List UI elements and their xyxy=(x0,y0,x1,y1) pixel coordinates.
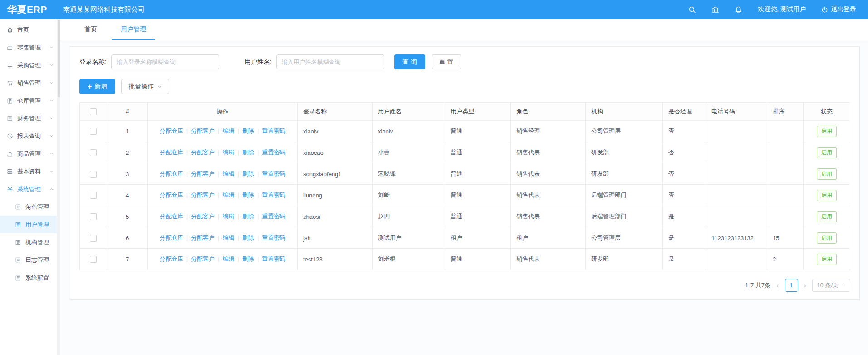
assign-customer-link[interactable]: 分配客户 xyxy=(191,128,215,134)
row-checkbox[interactable] xyxy=(90,256,97,263)
separator: | xyxy=(238,192,239,198)
assign-customer-link[interactable]: 分配客户 xyxy=(191,213,215,220)
sidebar-item-org-management[interactable]: 机构管理 xyxy=(0,233,60,251)
login-name-input[interactable] xyxy=(111,54,219,69)
add-button[interactable]: + 新增 xyxy=(79,79,115,94)
assign-warehouse-link[interactable]: 分配仓库 xyxy=(160,128,183,134)
row-checkbox[interactable] xyxy=(90,128,97,135)
sidebar-scrollbar[interactable] xyxy=(57,19,60,355)
delete-link[interactable]: 删除 xyxy=(242,213,254,220)
chevron-down-icon xyxy=(49,81,54,85)
table-row: 1 分配仓库|分配客户|编辑|删除|重置密码 xiaolv xiaolv 普通 … xyxy=(80,121,850,142)
assign-warehouse-link[interactable]: 分配仓库 xyxy=(160,256,183,262)
sidebar-item-log-management[interactable]: 日志管理 xyxy=(0,251,60,269)
next-page-button[interactable]: › xyxy=(803,281,808,289)
assign-customer-link[interactable]: 分配客户 xyxy=(191,149,215,156)
separator: | xyxy=(218,192,219,198)
edit-link[interactable]: 编辑 xyxy=(223,170,235,177)
chevron-down-icon xyxy=(49,99,54,103)
sidebar-item-label: 报表查询 xyxy=(17,132,41,140)
assign-customer-link[interactable]: 分配客户 xyxy=(191,170,215,177)
status-badge: 启用 xyxy=(817,126,837,137)
top-bar: 华夏ERP 南通某某网络科技有限公司 欢迎您, 测试用户 退出登录 xyxy=(0,0,868,19)
assign-customer-link[interactable]: 分配客户 xyxy=(191,192,215,198)
batch-operation-button[interactable]: 批量操作 xyxy=(121,79,169,94)
sidebar-item-role-management[interactable]: 角色管理 xyxy=(0,198,60,216)
cell-login: test123 xyxy=(298,249,373,270)
delete-link[interactable]: 删除 xyxy=(242,256,254,262)
cell-phone xyxy=(706,206,767,227)
edit-link[interactable]: 编辑 xyxy=(223,213,235,220)
edit-link[interactable]: 编辑 xyxy=(223,256,235,262)
reset-password-link[interactable]: 重置密码 xyxy=(262,213,285,220)
reset-password-link[interactable]: 重置密码 xyxy=(262,256,285,262)
edit-link[interactable]: 编辑 xyxy=(223,128,235,134)
sidebar-item-warehouse[interactable]: 仓库管理 xyxy=(0,92,60,109)
sidebar-item-home[interactable]: 首页 xyxy=(0,21,60,39)
col-header-index: # xyxy=(107,103,148,121)
reset-password-link[interactable]: 重置密码 xyxy=(262,149,285,156)
select-all-checkbox[interactable] xyxy=(90,108,97,115)
delete-link[interactable]: 删除 xyxy=(242,149,254,156)
delete-link[interactable]: 删除 xyxy=(242,128,254,134)
assign-warehouse-link[interactable]: 分配仓库 xyxy=(160,213,183,220)
edit-link[interactable]: 编辑 xyxy=(223,234,235,241)
sidebar-item-purchase[interactable]: 采购管理 xyxy=(0,56,60,74)
delete-link[interactable]: 删除 xyxy=(242,170,254,177)
delete-link[interactable]: 删除 xyxy=(242,234,254,241)
search-icon[interactable] xyxy=(688,6,696,14)
row-checkbox[interactable] xyxy=(90,213,97,220)
sidebar-item-sales[interactable]: 销售管理 xyxy=(0,74,60,92)
sidebar-item-retail[interactable]: 零售管理 xyxy=(0,39,60,56)
edit-link[interactable]: 编辑 xyxy=(223,149,235,156)
query-button[interactable]: 查 询 xyxy=(394,54,425,69)
swap-icon xyxy=(7,62,13,69)
sidebar-item-reports[interactable]: 报表查询 xyxy=(0,127,60,145)
cell-role: 销售代表 xyxy=(511,206,586,227)
cell-login: songxiaofeng1 xyxy=(298,163,373,185)
row-checkbox[interactable] xyxy=(90,171,97,178)
sidebar-item-basic-data[interactable]: 基本资料 xyxy=(0,163,60,180)
delete-link[interactable]: 删除 xyxy=(242,192,254,198)
sidebar-item-user-management[interactable]: 用户管理 xyxy=(0,216,60,233)
sidebar-item-system-config[interactable]: 系统配置 xyxy=(0,269,60,286)
tab-home[interactable]: 首页 xyxy=(73,19,109,40)
document-icon xyxy=(15,222,21,228)
assign-warehouse-link[interactable]: 分配仓库 xyxy=(160,170,183,177)
page-size-select[interactable]: 10 条/页 xyxy=(812,279,850,292)
row-checkbox[interactable] xyxy=(90,192,97,199)
page-number-button[interactable]: 1 xyxy=(785,279,798,292)
tab-user-management[interactable]: 用户管理 xyxy=(109,19,158,40)
row-checkbox[interactable] xyxy=(90,235,97,242)
assign-customer-link[interactable]: 分配客户 xyxy=(191,234,215,241)
toolbar: + 新增 批量操作 xyxy=(79,79,850,94)
chevron-up-icon xyxy=(49,187,54,191)
topbar-actions: 欢迎您, 测试用户 退出登录 xyxy=(688,5,868,14)
user-name-input[interactable] xyxy=(276,54,384,69)
assign-customer-link[interactable]: 分配客户 xyxy=(191,256,215,262)
assign-warehouse-link[interactable]: 分配仓库 xyxy=(160,234,183,241)
bell-icon[interactable] xyxy=(735,6,742,14)
separator: | xyxy=(257,192,259,198)
edit-link[interactable]: 编辑 xyxy=(223,192,235,198)
prev-page-button[interactable]: ‹ xyxy=(775,281,780,289)
separator: | xyxy=(218,234,219,241)
col-header-phone: 电话号码 xyxy=(706,103,767,121)
reset-password-link[interactable]: 重置密码 xyxy=(262,170,285,177)
cell-name: 赵四 xyxy=(373,206,445,227)
reset-button[interactable]: 重 置 xyxy=(432,54,461,69)
logout-button[interactable]: 退出登录 xyxy=(821,5,856,14)
row-checkbox[interactable] xyxy=(90,149,97,156)
assign-warehouse-link[interactable]: 分配仓库 xyxy=(160,149,183,156)
reset-password-link[interactable]: 重置密码 xyxy=(262,192,285,198)
sidebar-item-finance[interactable]: 财务管理 xyxy=(0,109,60,127)
sidebar-item-goods[interactable]: 商品管理 xyxy=(0,145,60,163)
reset-password-link[interactable]: 重置密码 xyxy=(262,128,285,134)
reset-password-link[interactable]: 重置密码 xyxy=(262,234,285,241)
platform-icon[interactable] xyxy=(711,6,719,14)
separator: | xyxy=(257,256,259,262)
sidebar-item-system[interactable]: 系统管理 xyxy=(0,180,60,198)
scrollbar-thumb[interactable] xyxy=(58,20,60,97)
cell-phone xyxy=(706,163,767,185)
assign-warehouse-link[interactable]: 分配仓库 xyxy=(160,192,183,198)
